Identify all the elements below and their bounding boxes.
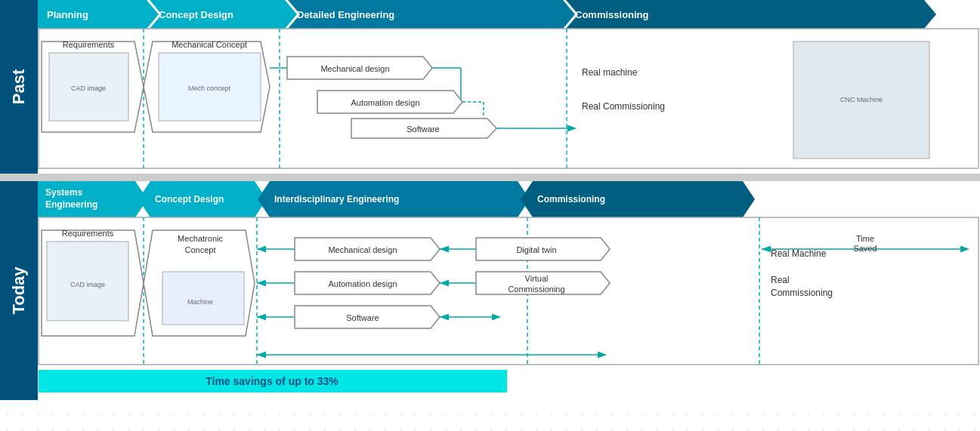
today-label: Today — [0, 181, 38, 400]
past-commissioning-label: Commissioning — [575, 9, 649, 20]
past-concept-banner: Concept Design — [150, 0, 297, 29]
svg-text:Commissioning: Commissioning — [771, 288, 833, 298]
svg-text:Machine: Machine — [187, 298, 213, 306]
svg-text:CAD image: CAD image — [71, 85, 106, 92]
svg-marker-13 — [287, 57, 432, 79]
svg-rect-68 — [39, 370, 507, 393]
svg-marker-58 — [476, 272, 610, 294]
svg-marker-47 — [295, 238, 440, 260]
today-commissioning-banner: Commissioning — [521, 181, 755, 217]
svg-text:Digital twin: Digital twin — [516, 245, 556, 254]
svg-rect-30 — [39, 217, 978, 365]
svg-text:CNC Machine: CNC Machine — [840, 96, 883, 103]
svg-text:Automation design: Automation design — [351, 98, 419, 107]
past-content: Planning Concept Design Detailed Enginee… — [38, 0, 980, 174]
svg-marker-4 — [42, 42, 144, 132]
svg-rect-5 — [49, 53, 128, 121]
svg-marker-56 — [476, 238, 610, 260]
svg-text:Saved: Saved — [853, 244, 876, 253]
svg-text:Automation design: Automation design — [328, 279, 397, 288]
svg-marker-51 — [295, 306, 440, 328]
svg-text:Requirements: Requirements — [62, 229, 114, 238]
svg-text:Real Commissioning: Real Commissioning — [582, 101, 665, 112]
svg-marker-39 — [144, 230, 255, 336]
today-content: SystemsEngineering Concept Design Interd… — [38, 181, 980, 400]
separator — [0, 174, 980, 181]
past-section: Past Planning Concept Design Detailed En… — [0, 0, 980, 174]
svg-marker-49 — [295, 272, 440, 294]
past-concept-label: Concept Design — [159, 9, 233, 20]
planning-label: Planning — [47, 9, 88, 20]
today-section: Today SystemsEngineering Concept Design … — [0, 181, 980, 400]
svg-text:CAD image: CAD image — [70, 281, 105, 288]
today-concept-label: Concept Design — [155, 194, 224, 205]
svg-text:Mechanical design: Mechanical design — [328, 245, 397, 254]
svg-text:Real machine: Real machine — [582, 67, 638, 78]
svg-text:Real: Real — [771, 275, 790, 285]
past-detailed-banner: Detailed Engineering — [288, 0, 575, 29]
svg-text:Virtual: Virtual — [525, 274, 549, 283]
svg-text:Mech concept: Mech concept — [188, 85, 231, 92]
main-container: Past Planning Concept Design Detailed En… — [0, 0, 980, 431]
today-systems-label: SystemsEngineering — [45, 187, 97, 211]
svg-text:Mechatronic: Mechatronic — [178, 234, 223, 243]
past-label: Past — [0, 0, 38, 174]
today-systems-banner: SystemsEngineering — [38, 181, 147, 217]
past-label-text: Past — [9, 69, 29, 104]
svg-marker-18 — [317, 91, 462, 113]
svg-text:Software: Software — [346, 313, 379, 322]
past-detailed-label: Detailed Engineering — [297, 9, 394, 20]
svg-text:Software: Software — [407, 125, 439, 134]
svg-marker-23 — [351, 119, 496, 138]
svg-rect-28 — [793, 42, 929, 159]
today-commissioning-label: Commissioning — [537, 194, 605, 205]
svg-rect-40 — [162, 272, 244, 325]
past-commissioning-banner: Commissioning — [566, 0, 936, 29]
svg-rect-9 — [159, 53, 261, 121]
svg-marker-35 — [42, 230, 144, 336]
svg-text:Time savings of up to 33%: Time savings of up to 33% — [206, 375, 339, 387]
svg-text:Requirements: Requirements — [63, 40, 115, 49]
svg-text:Mechanical Concept: Mechanical Concept — [172, 40, 247, 49]
past-planning-banner: Planning — [38, 0, 159, 29]
today-interdisciplinary-label: Interdisciplinary Engineering — [274, 194, 399, 205]
svg-text:Concept: Concept — [185, 245, 216, 254]
svg-text:Real Machine: Real Machine — [771, 248, 827, 259]
today-interdisciplinary-banner: Interdisciplinary Engineering — [258, 181, 530, 217]
svg-text:Time: Time — [856, 234, 874, 243]
svg-marker-8 — [144, 42, 270, 132]
svg-rect-36 — [47, 242, 128, 321]
today-label-text: Today — [9, 266, 29, 314]
today-concept-banner: Concept Design — [138, 181, 267, 217]
svg-text:Commissioning: Commissioning — [508, 285, 564, 294]
svg-rect-0 — [39, 29, 978, 168]
svg-text:Mechanical design: Mechanical design — [320, 64, 389, 73]
